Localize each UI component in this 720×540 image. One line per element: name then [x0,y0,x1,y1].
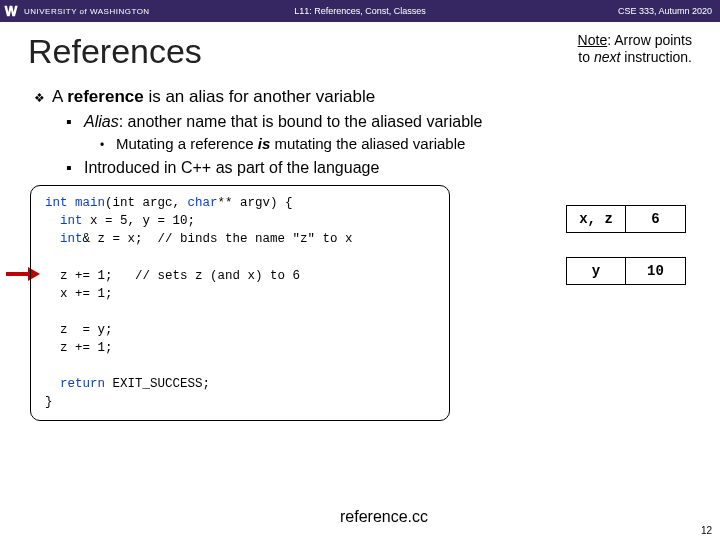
bullet-text: Alias: another name that is bound to the… [84,113,482,131]
slide-title: References [28,32,202,71]
memory-var: y [566,257,626,285]
lower-area: int main(int argc, char** argv) { int x … [0,185,720,421]
page-number: 12 [701,525,712,536]
code-block: int main(int argc, char** argv) { int x … [30,185,450,421]
bullet-text: Introduced in C++ as part of the languag… [84,159,379,177]
content-area: ❖ A reference is an alias for another va… [0,77,720,177]
bullet-dot-icon: • [100,135,116,155]
uw-logo-icon [0,0,22,22]
bullet-text: A reference is an alias for another vari… [52,87,375,109]
memory-val: 10 [626,257,686,285]
bullet-text: Mutating a reference is mutating the ali… [116,135,465,155]
bullet-l2: ▪ Alias: another name that is bound to t… [66,113,690,131]
course-code: CSE 333, Autumn 2020 [618,6,712,16]
university-name: UNIVERSITY of WASHINGTON [24,7,150,16]
bullet-square-icon: ▪ [66,113,84,131]
lecture-title: L11: References, Const, Classes [294,6,426,16]
slide-header: UNIVERSITY of WASHINGTON L11: References… [0,0,720,22]
note-text: Note: Arrow points to next instruction. [578,32,692,66]
memory-row: y 10 [566,257,686,285]
memory-diagram: x, z 6 y 10 [566,205,686,309]
bullet-l1: ❖ A reference is an alias for another va… [34,87,690,109]
memory-var: x, z [566,205,626,233]
bullet-l2: ▪ Introduced in C++ as part of the langu… [66,159,690,177]
filename-label: reference.cc [340,508,428,526]
bullet-diamond-icon: ❖ [34,87,52,109]
title-row: References Note: Arrow points to next in… [0,22,720,77]
memory-row: x, z 6 [566,205,686,233]
bullet-l3: • Mutating a reference is mutating the a… [100,135,690,155]
note-underline: Note [578,32,608,48]
memory-val: 6 [626,205,686,233]
bullet-square-icon: ▪ [66,159,84,177]
